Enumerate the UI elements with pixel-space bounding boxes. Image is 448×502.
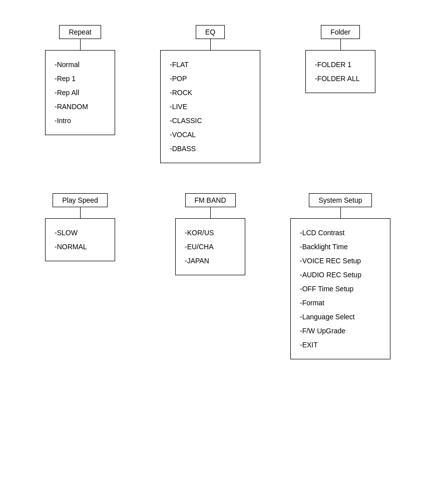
submenu-item: -AUDIO REC Setup [300, 268, 381, 282]
menu-group-play-speed: Play Speed-SLOW-NORMAL [15, 193, 145, 261]
submenu-item: -Format [300, 296, 381, 310]
connector-eq [210, 39, 211, 50]
submenu-item: -VOCAL [170, 128, 251, 142]
submenu-item: -EXIT [300, 338, 381, 352]
submenu-item: -Intro [55, 114, 106, 128]
submenu-repeat: -Normal-Rep 1-Rep All-RANDOM-Intro [45, 50, 115, 135]
menu-diagram: Repeat-Normal-Rep 1-Rep All-RANDOM-Intro… [15, 25, 433, 359]
submenu-play-speed: -SLOW-NORMAL [45, 218, 115, 261]
connector-repeat [80, 39, 81, 50]
connector-fm-band [210, 207, 211, 218]
submenu-item: -OFF Time Setup [300, 282, 381, 296]
connector-play-speed [80, 207, 81, 218]
menu-group-repeat: Repeat-Normal-Rep 1-Rep All-RANDOM-Intro [15, 25, 145, 135]
node-label-repeat: Repeat [59, 25, 101, 39]
menu-row-row1: Repeat-Normal-Rep 1-Rep All-RANDOM-Intro… [15, 25, 433, 163]
submenu-item: -POP [170, 72, 251, 86]
node-label-fm-band: FM BAND [185, 193, 236, 207]
submenu-item: -VOICE REC Setup [300, 254, 381, 268]
connector-folder [340, 39, 341, 50]
menu-group-folder: Folder-FOLDER 1-FOLDER ALL [275, 25, 405, 93]
submenu-item: -Rep All [55, 86, 106, 100]
submenu-item: -FOLDER ALL [315, 72, 366, 86]
submenu-item: -Backlight Time [300, 240, 381, 254]
submenu-item: -FOLDER 1 [315, 58, 366, 72]
connector-system-setup [340, 207, 341, 218]
menu-group-system-setup: System Setup-LCD Contrast-Backlight Time… [275, 193, 405, 359]
submenu-item: -SLOW [55, 226, 106, 240]
submenu-item: -LCD Contrast [300, 226, 381, 240]
submenu-item: -F/W UpGrade [300, 324, 381, 338]
submenu-eq: -FLAT-POP-ROCK-LIVE-CLASSIC-VOCAL-DBASS [160, 50, 260, 163]
submenu-item: -FLAT [170, 58, 251, 72]
submenu-item: -DBASS [170, 142, 251, 156]
submenu-item: -LIVE [170, 100, 251, 114]
menu-group-eq: EQ-FLAT-POP-ROCK-LIVE-CLASSIC-VOCAL-DBAS… [145, 25, 275, 163]
submenu-item: -KOR/US [185, 226, 236, 240]
node-label-eq: EQ [196, 25, 225, 39]
submenu-item: -Language Select [300, 310, 381, 324]
submenu-item: -CLASSIC [170, 114, 251, 128]
menu-row-row2: Play Speed-SLOW-NORMALFM BAND-KOR/US-EU/… [15, 193, 433, 359]
submenu-item: -JAPAN [185, 254, 236, 268]
submenu-item: -EU/CHA [185, 240, 236, 254]
submenu-item: -Rep 1 [55, 72, 106, 86]
submenu-item: -ROCK [170, 86, 251, 100]
menu-group-fm-band: FM BAND-KOR/US-EU/CHA-JAPAN [145, 193, 275, 275]
submenu-item: -RANDOM [55, 100, 106, 114]
node-label-play-speed: Play Speed [53, 193, 108, 207]
submenu-fm-band: -KOR/US-EU/CHA-JAPAN [175, 218, 245, 275]
submenu-item: -NORMAL [55, 240, 106, 254]
node-label-system-setup: System Setup [309, 193, 371, 207]
submenu-folder: -FOLDER 1-FOLDER ALL [305, 50, 375, 93]
submenu-system-setup: -LCD Contrast-Backlight Time-VOICE REC S… [290, 218, 390, 359]
submenu-item: -Normal [55, 58, 106, 72]
node-label-folder: Folder [321, 25, 360, 39]
